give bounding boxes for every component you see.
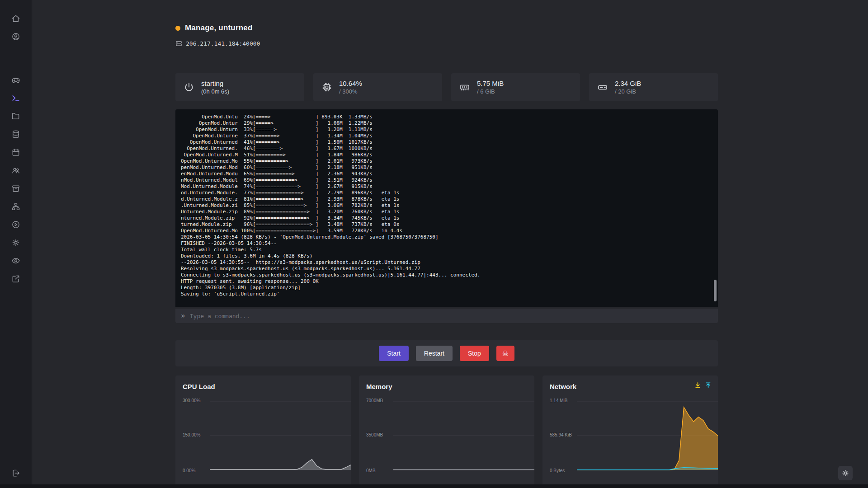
status-card: starting (0h 0m 6s) bbox=[175, 73, 304, 101]
cpu-limit-value: / 300% bbox=[339, 88, 362, 95]
server-rack-icon bbox=[175, 40, 182, 47]
logout-icon bbox=[11, 469, 20, 478]
sidebar-item-schedules[interactable] bbox=[9, 145, 23, 159]
disk-icon bbox=[597, 82, 608, 93]
network-ytick-max: 1.14 MiB bbox=[550, 398, 567, 403]
sidebar-item-settings[interactable] bbox=[9, 236, 23, 249]
gear-icon bbox=[11, 238, 20, 247]
calendar-icon bbox=[11, 148, 20, 157]
start-button[interactable]: Start bbox=[379, 346, 409, 361]
sidebar-item-users[interactable] bbox=[9, 164, 23, 177]
main-area: Manage, unturned 206.217.141.184:40000 s… bbox=[32, 0, 868, 488]
memory-chart-title: Memory bbox=[364, 383, 534, 390]
bottom-edge-strip bbox=[0, 484, 868, 488]
power-icon bbox=[184, 82, 194, 93]
network-ytick-mid: 585.94 KiB bbox=[550, 432, 572, 437]
disk-usage-value: 2.34 GiB bbox=[615, 80, 641, 88]
status-value: starting bbox=[201, 80, 229, 88]
sidebar-item-game[interactable] bbox=[9, 73, 23, 87]
sidebar-item-logout[interactable] bbox=[9, 466, 23, 480]
network-ytick-min: 0 Bytes bbox=[550, 468, 565, 473]
sitemap-icon bbox=[11, 202, 20, 211]
page-title: Manage, unturned bbox=[185, 23, 253, 33]
memory-card: 5.75 MiB / 6 GiB bbox=[451, 73, 580, 101]
external-link-icon bbox=[11, 274, 20, 283]
sidebar-item-network[interactable] bbox=[9, 200, 23, 213]
network-chart-plot bbox=[577, 397, 718, 476]
restart-button[interactable]: Restart bbox=[416, 346, 453, 361]
cpu-ytick-max: 300.00% bbox=[183, 398, 200, 403]
console-output[interactable]: OpenMod.Untu 24%[====> ] 893.03K 1.33MB/… bbox=[175, 109, 718, 307]
sidebar-item-home[interactable] bbox=[9, 12, 23, 25]
sidebar-item-files[interactable] bbox=[9, 109, 23, 123]
memory-chart-plot bbox=[393, 397, 534, 476]
cpu-ytick-min: 0.00% bbox=[183, 468, 195, 473]
skull-icon: ☠ bbox=[502, 349, 509, 358]
memory-ytick-min: 0MB bbox=[366, 468, 376, 473]
database-icon bbox=[11, 130, 20, 139]
kill-button[interactable]: ☠ bbox=[496, 346, 514, 361]
memory-limit-value: / 6 GiB bbox=[477, 88, 504, 95]
stop-button[interactable]: Stop bbox=[460, 346, 489, 361]
settings-fab-button[interactable] bbox=[838, 466, 853, 480]
memory-ytick-mid: 3500MB bbox=[366, 432, 383, 437]
status-dot bbox=[175, 26, 180, 31]
server-address-row: 206.217.141.184:40000 bbox=[175, 39, 718, 48]
disk-card: 2.34 GiB / 20 GiB bbox=[589, 73, 718, 101]
sidebar-item-backups[interactable] bbox=[9, 182, 23, 195]
disk-limit-value: / 20 GiB bbox=[615, 88, 641, 95]
stats-row: starting (0h 0m 6s) 10.64% / 300% 5.75 M… bbox=[175, 73, 718, 101]
cpu-chart-title: CPU Load bbox=[181, 383, 351, 390]
server-address: 206.217.141.184:40000 bbox=[186, 40, 260, 47]
sidebar-item-databases[interactable] bbox=[9, 127, 23, 141]
terminal-icon bbox=[11, 94, 20, 103]
cpu-ytick-mid: 150.00% bbox=[183, 432, 200, 437]
memory-usage-value: 5.75 MiB bbox=[477, 80, 504, 88]
sidebar-item-startup[interactable] bbox=[9, 218, 23, 231]
memory-chart-card: Memory 7000MB 3500MB 0MB bbox=[359, 375, 534, 488]
account-icon bbox=[11, 32, 20, 41]
gear-icon bbox=[841, 469, 849, 477]
folder-icon bbox=[11, 112, 20, 121]
memory-icon bbox=[459, 82, 470, 93]
sidebar bbox=[0, 0, 32, 488]
gamepad-icon bbox=[11, 75, 20, 84]
cpu-load-chart-card: CPU Load 300.00% 150.00% 0.00% bbox=[175, 375, 351, 488]
sidebar-item-console[interactable] bbox=[9, 91, 23, 105]
command-bar: » bbox=[175, 309, 718, 323]
sidebar-nav bbox=[9, 73, 23, 290]
users-icon bbox=[11, 166, 20, 175]
archive-icon bbox=[11, 184, 20, 193]
cpu-card: 10.64% / 300% bbox=[313, 73, 442, 101]
uptime-value: (0h 0m 6s) bbox=[201, 88, 229, 95]
command-input[interactable] bbox=[190, 313, 712, 319]
network-chart-title: Network bbox=[548, 383, 718, 390]
sidebar-item-activity[interactable] bbox=[9, 254, 23, 267]
network-legend bbox=[694, 382, 712, 389]
cpu-chart-plot bbox=[210, 397, 351, 476]
cpu-usage-value: 10.64% bbox=[339, 80, 362, 88]
sidebar-item-account[interactable] bbox=[9, 30, 23, 43]
download-legend-icon bbox=[694, 382, 701, 389]
network-chart-card: Network 1.14 MiB 585.94 KiB 0 Bytes bbox=[542, 375, 718, 488]
memory-ytick-max: 7000MB bbox=[366, 398, 383, 403]
cpu-icon bbox=[321, 82, 332, 93]
power-controls: Start Restart Stop ☠ bbox=[175, 340, 718, 366]
upload-legend-icon bbox=[705, 382, 712, 389]
eye-icon bbox=[11, 256, 20, 265]
console-scrollbar-thumb[interactable] bbox=[714, 280, 717, 301]
sidebar-item-external-link[interactable] bbox=[9, 272, 23, 286]
charts-row: CPU Load 300.00% 150.00% 0.00% Memory bbox=[175, 375, 718, 488]
app-window: Manage, unturned 206.217.141.184:40000 s… bbox=[0, 0, 868, 488]
prompt-chevrons-icon: » bbox=[181, 312, 185, 319]
page-header: Manage, unturned bbox=[175, 23, 718, 33]
play-circle-icon bbox=[11, 220, 20, 229]
home-icon bbox=[11, 14, 20, 23]
